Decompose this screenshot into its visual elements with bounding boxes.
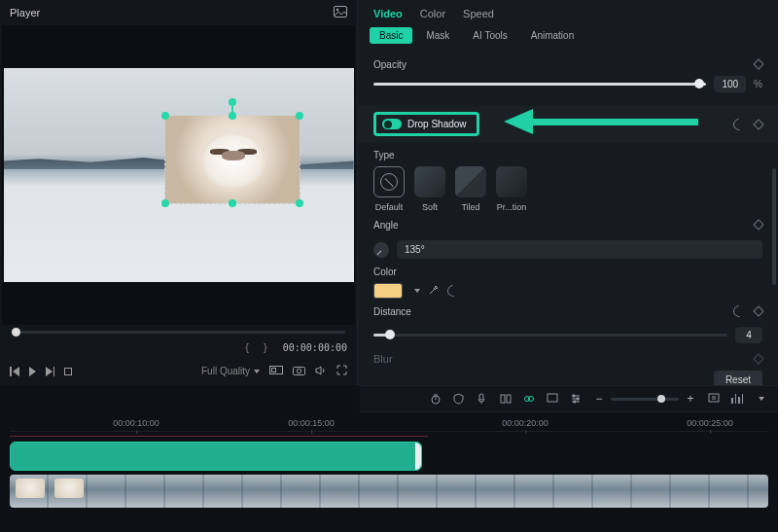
zoom-in-button[interactable]: +	[685, 393, 696, 405]
svg-rect-8	[501, 395, 505, 403]
shadow-type-default[interactable]	[373, 166, 405, 197]
zoom-slider-thumb[interactable]	[657, 395, 665, 403]
track-height-icon[interactable]	[731, 394, 743, 404]
overlay-clip-thumbnail	[165, 116, 300, 203]
drop-shadow-section-header: Drop Shadow	[358, 106, 778, 142]
player-title: Player	[10, 7, 40, 18]
timeline-ruler[interactable]: 00:00:10:00 00:00:15:00 00:00:20:00 00:0…	[10, 418, 768, 432]
drop-shadow-label: Drop Shadow	[407, 119, 467, 129]
resize-handle-tc[interactable]	[229, 112, 236, 120]
mic-icon[interactable]	[477, 393, 488, 405]
keyframe-diamond-distance[interactable]	[753, 305, 763, 316]
distance-slider-thumb[interactable]	[385, 330, 395, 339]
timeline-range-indicator	[10, 436, 428, 437]
tab-video[interactable]: Video	[373, 8, 403, 19]
eyedropper-icon[interactable]	[428, 284, 440, 298]
play-button[interactable]	[29, 367, 36, 376]
svg-point-5	[297, 369, 301, 372]
angle-dial[interactable]	[373, 242, 389, 258]
snapshot-icon[interactable]	[293, 366, 305, 377]
overlay-track-clip[interactable]	[10, 442, 422, 471]
inspector-panel: Video Color Speed Basic Mask AI Tools An…	[358, 0, 778, 385]
fit-icon[interactable]	[708, 393, 720, 405]
ruler-tick: 00:00:25:00	[687, 418, 733, 428]
drop-shadow-toggle[interactable]	[382, 119, 402, 129]
shadow-type-projection[interactable]	[496, 166, 527, 197]
marker-braces[interactable]: { }	[245, 341, 272, 353]
tab-speed[interactable]: Speed	[463, 8, 494, 19]
player-viewport[interactable]	[2, 25, 355, 325]
resize-handle-tr[interactable]	[296, 112, 303, 120]
timer-icon[interactable]	[430, 393, 442, 405]
angle-label: Angle	[373, 220, 399, 231]
timeline-toolbar: − +	[360, 385, 778, 412]
tab-color[interactable]: Color	[420, 8, 445, 19]
color-reset-icon[interactable]	[447, 285, 459, 297]
next-frame-button[interactable]	[46, 367, 55, 376]
link-icon[interactable]	[523, 393, 535, 405]
keyframe-diamond-blur[interactable]	[753, 353, 763, 364]
scrubber-thumb[interactable]	[12, 328, 20, 337]
opacity-slider[interactable]	[373, 83, 706, 86]
stop-button[interactable]	[64, 368, 72, 375]
subtab-mask[interactable]: Mask	[416, 27, 459, 44]
player-scrubber[interactable]	[12, 331, 345, 334]
svg-rect-4	[294, 367, 305, 374]
frame-icon[interactable]	[547, 393, 558, 405]
picture-icon[interactable]	[334, 6, 347, 19]
keyframe-diamond-dropshadow[interactable]	[753, 119, 763, 129]
timeline-panel: 00:00:10:00 00:00:15:00 00:00:20:00 00:0…	[0, 412, 778, 532]
svg-rect-12	[548, 394, 557, 402]
resize-handle-br[interactable]	[296, 199, 303, 207]
subtab-basic[interactable]: Basic	[370, 27, 412, 44]
opacity-slider-thumb[interactable]	[694, 79, 704, 89]
quality-dropdown[interactable]: Full Quality	[201, 366, 260, 376]
subtab-animation[interactable]: Animation	[521, 27, 584, 44]
shadow-type-tiled[interactable]	[455, 166, 486, 197]
reset-icon[interactable]	[731, 116, 748, 132]
distance-value[interactable]: 4	[735, 327, 762, 343]
player-panel: Player	[0, 0, 358, 385]
volume-icon[interactable]	[315, 366, 327, 377]
color-swatch[interactable]	[373, 283, 403, 299]
zoom-slider[interactable]	[611, 398, 679, 401]
selected-clip-bounds[interactable]	[164, 115, 301, 204]
shadow-type-soft[interactable]	[414, 166, 445, 197]
keyframe-diamond-angle[interactable]	[753, 219, 763, 230]
svg-point-15	[574, 401, 576, 403]
color-dropdown-icon[interactable]	[414, 289, 420, 293]
toolbar-more-icon[interactable]	[759, 397, 764, 401]
ruler-tick: 00:00:10:00	[113, 418, 159, 428]
keyframe-diamond-opacity[interactable]	[753, 58, 763, 69]
svg-rect-16	[709, 394, 719, 402]
prev-frame-button[interactable]	[10, 367, 19, 376]
distance-label: Distance	[373, 306, 411, 317]
svg-rect-9	[507, 395, 511, 403]
svg-point-14	[577, 398, 579, 400]
ruler-tick: 00:00:15:00	[288, 418, 335, 428]
rotate-handle[interactable]	[229, 98, 236, 106]
svg-rect-3	[272, 368, 276, 372]
subtab-ai-tools[interactable]: AI Tools	[463, 27, 516, 44]
fullscreen-icon[interactable]	[336, 365, 347, 377]
main-track-clip[interactable]	[10, 475, 768, 508]
reset-button[interactable]: Reset	[714, 371, 762, 385]
opacity-value[interactable]: 100	[714, 76, 746, 92]
shadow-type-tiled-label: Tiled	[461, 202, 479, 212]
angle-value[interactable]: 135°	[397, 240, 762, 259]
opacity-unit: %	[754, 79, 762, 89]
distance-slider[interactable]	[373, 334, 727, 337]
distance-reset-icon[interactable]	[731, 302, 748, 319]
type-label: Type	[373, 150, 762, 160]
resize-handle-bc[interactable]	[229, 199, 236, 207]
shield-icon[interactable]	[453, 393, 465, 405]
resize-handle-tl[interactable]	[161, 112, 169, 120]
shadow-type-projection-label: Pr...tion	[497, 202, 527, 212]
markers-icon[interactable]	[500, 393, 512, 405]
resize-handle-bl[interactable]	[161, 199, 169, 207]
adjust-icon[interactable]	[570, 393, 582, 405]
opacity-label: Opacity	[373, 59, 407, 70]
zoom-out-button[interactable]: −	[593, 393, 605, 405]
display-mode-icon[interactable]	[269, 366, 283, 377]
inspector-scrollbar[interactable]	[772, 168, 776, 285]
